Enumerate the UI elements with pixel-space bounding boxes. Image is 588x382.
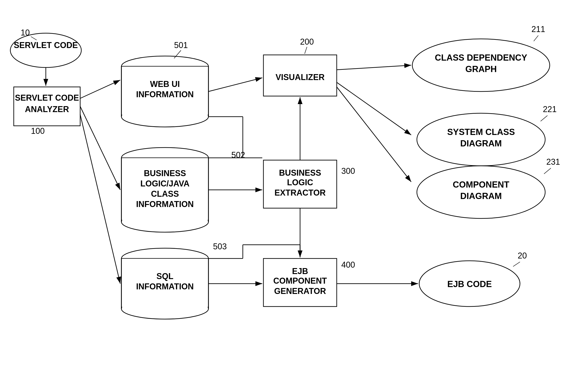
ref-211-line (534, 36, 538, 41)
ref-20-line (513, 262, 520, 267)
ref-221-line (541, 115, 547, 121)
ref-211: 211 (531, 24, 545, 34)
servlet-code-label: SERVLET CODE (14, 40, 78, 50)
class-dep-label-1: CLASS DEPENDENCY (435, 53, 527, 62)
comp-diag-label-2: DIAGRAM (460, 191, 502, 201)
arrow-sca-to-sql (80, 114, 120, 284)
ref-221: 221 (543, 105, 557, 114)
class-dep-label-2: GRAPH (465, 64, 497, 74)
sys-class-label-1: SYSTEM CLASS (447, 127, 515, 137)
ref-200: 200 (300, 37, 314, 46)
ble-label-2: LOGIC (287, 178, 313, 187)
ref-400: 400 (341, 260, 355, 269)
ejb-gen-label-3: GENERATOR (274, 286, 326, 296)
ble-label-1: BUSINESS (279, 168, 321, 177)
ble-label-3: EXTRACTOR (274, 188, 325, 197)
web-ui-label-2: INFORMATION (136, 90, 193, 99)
ref-100: 100 (31, 126, 45, 136)
ref-501: 501 (174, 40, 188, 50)
biz-label-2: LOGIC/JAVA (140, 179, 190, 188)
arrow-viz-to-classdep (337, 65, 411, 70)
analyzer-label-2: ANALYZER (25, 105, 69, 114)
ejb-gen-label-1: EJB (292, 267, 308, 276)
biz-label-4: INFORMATION (136, 199, 193, 209)
visualizer-label: VISUALIZER (275, 73, 325, 82)
arrow-webui-to-viz (209, 78, 262, 92)
ejb-gen-label-2: COMPONENT (273, 276, 327, 286)
ejb-code-label: EJB CODE (447, 279, 492, 289)
ref-231-line (544, 168, 551, 174)
ref-10: 10 (21, 28, 30, 37)
arrow-sca-to-webui (80, 80, 120, 98)
ref-231: 231 (546, 157, 560, 167)
web-ui-label-1: WEB UI (150, 79, 180, 89)
arrow-viz-to-sysdiag (337, 82, 411, 135)
ref-20: 20 (518, 251, 527, 260)
biz-label-1: BUSINESS (144, 169, 186, 178)
architecture-diagram: SERVLET CODE 10 SERVLET CODE ANALYZER 10… (0, 0, 588, 382)
ref-200-line (305, 47, 307, 54)
servlet-code-node (10, 33, 81, 67)
ref-300: 300 (341, 166, 355, 176)
arrow-sca-to-biz (80, 106, 120, 190)
biz-label-3: CLASS (151, 189, 179, 199)
analyzer-label-1: SERVLET CODE (15, 93, 79, 102)
ref-503: 503 (213, 242, 227, 251)
sql-label-2: INFORMATION (136, 282, 193, 291)
sys-class-label-2: DIAGRAM (460, 139, 502, 148)
sql-label-1: SQL (156, 271, 173, 281)
diagram-container: SERVLET CODE 10 SERVLET CODE ANALYZER 10… (0, 0, 588, 382)
comp-diag-label-1: COMPONENT (453, 180, 509, 190)
